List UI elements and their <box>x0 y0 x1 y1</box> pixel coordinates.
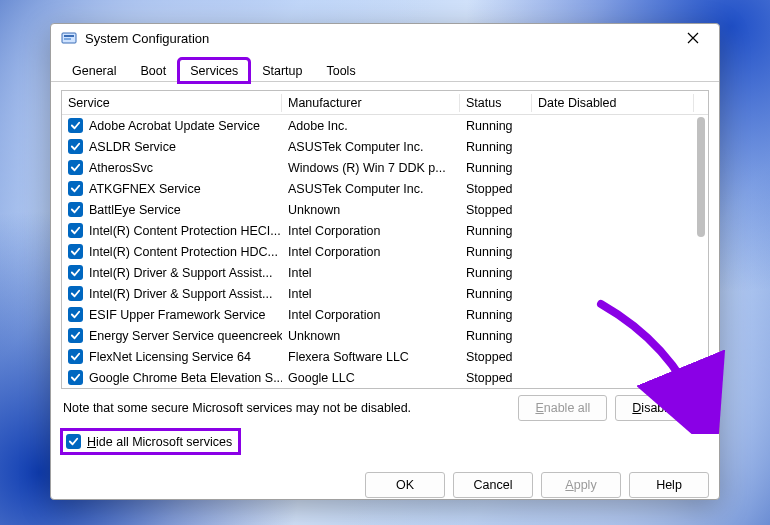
service-status: Running <box>460 306 532 324</box>
service-date-disabled <box>532 334 694 338</box>
window-title: System Configuration <box>85 31 677 46</box>
checkbox-checked-icon[interactable] <box>68 286 83 301</box>
note-text: Note that some secure Microsoft services… <box>63 401 518 415</box>
checkbox-checked-icon[interactable] <box>68 181 83 196</box>
checkbox-checked-icon[interactable] <box>68 328 83 343</box>
checkbox-checked-icon[interactable] <box>68 118 83 133</box>
service-manufacturer: Intel Corporation <box>282 243 460 261</box>
service-manufacturer: Intel <box>282 264 460 282</box>
service-date-disabled <box>532 166 694 170</box>
service-row[interactable]: Intel(R) Driver & Support Assist...Intel… <box>62 283 708 304</box>
note-row: Note that some secure Microsoft services… <box>63 395 707 421</box>
tab-tools[interactable]: Tools <box>315 59 366 82</box>
service-manufacturer: Flexera Software LLC <box>282 348 460 366</box>
checkbox-checked-icon[interactable] <box>68 139 83 154</box>
checkbox-checked-icon[interactable] <box>68 265 83 280</box>
checkbox-checked-icon[interactable] <box>68 223 83 238</box>
col-date-disabled[interactable]: Date Disabled <box>532 94 694 112</box>
service-name: AtherosSvc <box>89 161 153 175</box>
checkbox-checked-icon[interactable] <box>68 370 83 385</box>
service-status: Stopped <box>460 201 532 219</box>
service-date-disabled <box>532 208 694 212</box>
service-status: Running <box>460 117 532 135</box>
service-row[interactable]: BattlEye ServiceUnknownStopped <box>62 199 708 220</box>
service-row[interactable]: ATKGFNEX ServiceASUSTek Computer Inc.Sto… <box>62 178 708 199</box>
cancel-button[interactable]: Cancel <box>453 472 533 498</box>
service-manufacturer: Intel Corporation <box>282 306 460 324</box>
checkbox-checked-icon[interactable] <box>68 202 83 217</box>
service-row[interactable]: ASLDR ServiceASUSTek Computer Inc.Runnin… <box>62 136 708 157</box>
service-row[interactable]: Intel(R) Content Protection HDC...Intel … <box>62 241 708 262</box>
list-body: Adobe Acrobat Update ServiceAdobe Inc.Ru… <box>62 115 708 388</box>
services-list: Service Manufacturer Status Date Disable… <box>61 90 709 389</box>
service-row[interactable]: FlexNet Licensing Service 64Flexera Soft… <box>62 346 708 367</box>
service-row[interactable]: Intel(R) Content Protection HECI...Intel… <box>62 220 708 241</box>
service-manufacturer: Intel <box>282 285 460 303</box>
service-name: Intel(R) Driver & Support Assist... <box>89 287 272 301</box>
service-date-disabled <box>532 292 694 296</box>
service-manufacturer: Adobe Inc. <box>282 117 460 135</box>
checkbox-checked-icon[interactable] <box>68 160 83 175</box>
close-button[interactable] <box>677 24 709 52</box>
service-date-disabled <box>532 313 694 317</box>
service-name: ESIF Upper Framework Service <box>89 308 265 322</box>
list-header: Service Manufacturer Status Date Disable… <box>62 91 708 115</box>
tab-services[interactable]: Services <box>179 59 249 82</box>
checkbox-checked-icon <box>66 434 81 449</box>
service-status: Running <box>460 285 532 303</box>
enable-all-button[interactable]: Enable all <box>518 395 607 421</box>
service-manufacturer: Unknown <box>282 327 460 345</box>
svg-rect-2 <box>64 38 71 40</box>
checkbox-checked-icon[interactable] <box>68 307 83 322</box>
service-name: BattlEye Service <box>89 203 181 217</box>
service-manufacturer: Windows (R) Win 7 DDK p... <box>282 159 460 177</box>
scrollbar-thumb[interactable] <box>697 117 705 237</box>
service-status: Running <box>460 159 532 177</box>
system-configuration-window: System Configuration General Boot Servic… <box>50 23 720 500</box>
service-status: Stopped <box>460 180 532 198</box>
service-row[interactable]: Energy Server Service queencreekUnknownR… <box>62 325 708 346</box>
service-manufacturer: Unknown <box>282 201 460 219</box>
ok-button[interactable]: OK <box>365 472 445 498</box>
service-name: FlexNet Licensing Service 64 <box>89 350 251 364</box>
disable-all-button[interactable]: Disable all <box>615 395 707 421</box>
tab-general[interactable]: General <box>61 59 127 82</box>
service-row[interactable]: ESIF Upper Framework ServiceIntel Corpor… <box>62 304 708 325</box>
service-date-disabled <box>532 145 694 149</box>
col-manufacturer[interactable]: Manufacturer <box>282 94 460 112</box>
service-name: Energy Server Service queencreek <box>89 329 282 343</box>
service-date-disabled <box>532 124 694 128</box>
checkbox-checked-icon[interactable] <box>68 349 83 364</box>
col-service[interactable]: Service <box>62 94 282 112</box>
service-date-disabled <box>532 250 694 254</box>
service-name: Intel(R) Content Protection HDC... <box>89 245 278 259</box>
service-manufacturer: ASUSTek Computer Inc. <box>282 180 460 198</box>
checkbox-checked-icon[interactable] <box>68 244 83 259</box>
service-date-disabled <box>532 355 694 359</box>
tab-startup[interactable]: Startup <box>251 59 313 82</box>
service-date-disabled <box>532 187 694 191</box>
col-status[interactable]: Status <box>460 94 532 112</box>
service-manufacturer: Google LLC <box>282 369 460 387</box>
service-date-disabled <box>532 376 694 380</box>
apply-button[interactable]: Apply <box>541 472 621 498</box>
scrollbar[interactable] <box>695 115 707 388</box>
service-date-disabled <box>532 229 694 233</box>
tab-boot[interactable]: Boot <box>129 59 177 82</box>
msconfig-icon <box>61 30 77 46</box>
service-row[interactable]: Google Chrome Beta Elevation S...Google … <box>62 367 708 388</box>
titlebar: System Configuration <box>51 24 719 52</box>
tab-bar: General Boot Services Startup Tools <box>51 52 719 82</box>
service-manufacturer: Intel Corporation <box>282 222 460 240</box>
service-row[interactable]: AtherosSvcWindows (R) Win 7 DDK p...Runn… <box>62 157 708 178</box>
help-button[interactable]: Help <box>629 472 709 498</box>
service-row[interactable]: Adobe Acrobat Update ServiceAdobe Inc.Ru… <box>62 115 708 136</box>
service-date-disabled <box>532 271 694 275</box>
service-row[interactable]: Intel(R) Driver & Support Assist...Intel… <box>62 262 708 283</box>
svg-rect-1 <box>64 35 74 37</box>
service-name: ASLDR Service <box>89 140 176 154</box>
service-name: Google Chrome Beta Elevation S... <box>89 371 282 385</box>
service-status: Running <box>460 327 532 345</box>
hide-microsoft-checkbox[interactable]: Hide all Microsoft services <box>63 431 238 452</box>
service-name: Intel(R) Driver & Support Assist... <box>89 266 272 280</box>
